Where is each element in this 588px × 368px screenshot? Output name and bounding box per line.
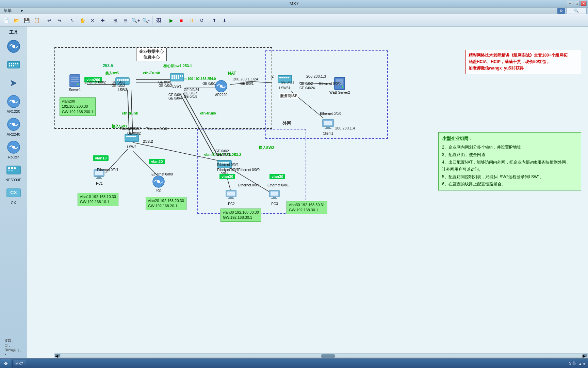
port-eth002-server: Ethernet 0/0/2 [84,80,106,84]
vlan30-info-left: vlan30 192.168.30.30GW:192.168.30.1 [220,209,261,222]
new-button[interactable]: 📄 [1,16,11,25]
ime-indicator[interactable]: S 英 [569,361,576,366]
svg-rect-76 [336,79,343,81]
svg-rect-22 [14,167,16,169]
device-ar2220[interactable]: AR2220 [214,79,229,97]
window-title: MX7 [290,1,299,6]
label-200-1: 200.200.1.1/24 [233,77,258,81]
sep6 [208,16,208,25]
saveas-button[interactable]: 📋 [32,16,42,25]
menu-dropdown-arrow[interactable]: ▼ [18,8,26,14]
window-controls: ─ □ ✕ [567,1,587,6]
sidebar-item-ar2240[interactable]: AR2240 [1,116,26,138]
zoomout-button[interactable]: 🔍- [141,16,151,25]
maximize-button[interactable]: □ [574,1,580,6]
sidebar-arrow-tool[interactable] [1,74,26,92]
router-icon [6,39,21,54]
svg-rect-60 [178,75,179,77]
svg-rect-104 [228,198,234,199]
reset-button[interactable]: ↺ [197,16,207,25]
info-line1: 精彩网络技术老师精讲《组网实战》全套180+个组网拓 [469,52,578,59]
port-ge024-lsw31: GE 0/0/24 [299,86,315,90]
svg-rect-109 [271,191,278,196]
horizontal-scrollbar[interactable]: ◀ ▶ [54,353,588,358]
sidebar-item-ne5000e[interactable]: NE5000E [1,161,26,183]
sidebar-router-icon1[interactable] [1,37,26,55]
stop-button[interactable]: ■ [177,16,186,25]
save-button[interactable]: 💾 [22,16,31,25]
label-200-3: 200.200.1.3 [306,74,326,78]
svg-rect-45 [71,77,79,78]
svg-rect-63 [172,77,173,79]
device-pc2[interactable]: PC2 [224,188,239,206]
svg-rect-62 [182,75,183,77]
device-client1[interactable]: Client1 [321,118,336,135]
scroll-left-button[interactable]: ◀ [55,354,60,357]
svg-point-68 [220,85,223,88]
pc2-icon [224,188,239,202]
svg-rect-65 [176,77,177,79]
lsw1-label: LSW1 [172,85,181,88]
port-eth000-wb: Ethernet 0/0/0 [319,82,341,86]
menu-item-main[interactable]: 菜单 [1,7,14,14]
pc3-icon [267,188,282,202]
taskbar-app-label: MX7 [15,362,23,366]
sidebar-switch-icon[interactable] [1,56,26,74]
svg-rect-103 [229,197,233,198]
sidebar-item-ar1220[interactable]: R AR1220 [1,93,26,115]
open-button[interactable]: 📂 [12,16,21,25]
start-button[interactable]: ❖ [0,359,11,368]
connect-button[interactable]: ✚ [98,16,108,25]
hand-button[interactable]: ✋ [78,16,87,25]
label-nat: NAT [228,71,236,76]
svg-rect-66 [178,77,179,79]
canvas-area[interactable]: 企业数据中心信息中心 外网 接入sw5 253.5 eth-Trunk 核心层s… [27,27,588,358]
delete-button[interactable]: ✕ [88,16,97,25]
device-webserver2[interactable]: WEB Server2 [329,77,350,94]
label-eth-trunk-top: eth-Trunk [143,71,160,75]
svg-rect-107 [273,197,276,198]
import-button[interactable]: ⬇ [220,16,229,25]
svg-rect-4 [11,63,12,64]
insert-image-button[interactable]: 🖼 [154,16,163,25]
vlan10-badge: vlan10 [93,155,109,161]
pause-button[interactable]: ⏸ [187,16,196,25]
minimize-button[interactable]: ─ [567,1,573,6]
svg-marker-11 [11,80,16,86]
taskbar-app-item[interactable]: MX7 [12,360,26,367]
zoomin-button[interactable]: 🔍+ [131,16,141,25]
device-r2[interactable]: R2 [151,175,166,192]
system-tray: ▲ ● [578,362,585,366]
sep2 [66,16,66,25]
fitwindow-button[interactable]: ⊟ [121,16,130,25]
undo-button[interactable]: ↩ [45,16,54,25]
svg-point-1 [12,45,15,48]
vlan30-badge-left: vlan30 [219,174,235,179]
fitpage-button[interactable]: ⊞ [111,16,120,25]
svg-point-48 [77,83,79,85]
scroll-thumb[interactable] [321,354,335,358]
isp-label: 服务商ISP [279,93,298,99]
toolbar-right-icon1[interactable]: ⚙ [557,8,565,14]
ar2240-label: AR2240 [7,132,20,136]
close-button[interactable]: ✕ [581,1,587,6]
device-server1[interactable]: Server1 [67,74,82,92]
sidebar-item-router[interactable]: Router [1,138,26,160]
svg-rect-81 [326,127,330,128]
svg-rect-5 [13,63,14,64]
ar2220-label: AR2220 [215,93,227,97]
lsw1-icon [169,71,184,85]
search-bar[interactable]: 🔍 [566,8,587,14]
scroll-right-button[interactable]: ▶ [583,354,587,357]
play-button[interactable]: ▶ [166,16,176,25]
svg-rect-46 [71,79,79,80]
port-ge008-lsw1: GE 0/0/8 [184,95,197,98]
server1-icon [67,74,82,88]
device-pc3[interactable]: PC3 [267,188,282,206]
sidebar-item-cx[interactable]: CX CX [1,184,26,206]
select-button[interactable]: ↖ [67,16,77,25]
svg-rect-57 [172,75,173,77]
client1-label: Client1 [323,132,333,135]
redo-button[interactable]: ↪ [55,16,64,25]
export-button[interactable]: ⬆ [210,16,219,25]
